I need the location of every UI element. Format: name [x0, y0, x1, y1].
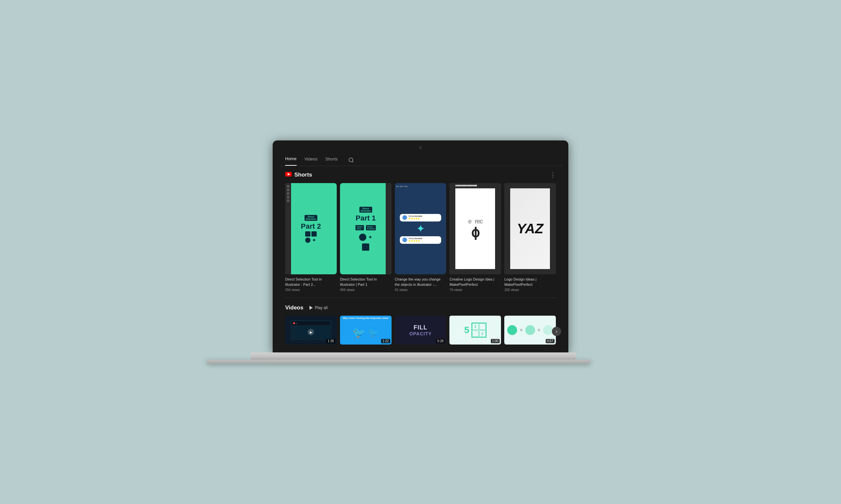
opacity-text: OPACITY: [409, 331, 432, 336]
circle-50: [525, 325, 535, 335]
ai-top-bar5: [504, 183, 556, 188]
short-views-4: 74 views: [449, 288, 501, 292]
video-duration-3: 0:28: [436, 339, 445, 343]
review-card-1: TITLE REVIEW ★★★★★: [400, 214, 441, 221]
short-thumb-inner-5: YAZ: [504, 183, 556, 275]
ai-menu-bar: FileEditView: [395, 183, 446, 190]
yaz-inner: YAZ: [504, 183, 556, 275]
color-grayscale-text: Why Colors Turning into Grayscale colors: [342, 317, 390, 319]
short-info-3: Change the way you change the objects in…: [395, 277, 446, 292]
laptop-bezel: Home Videos Shorts: [273, 141, 568, 353]
logo-text-rec: e rec: [468, 218, 483, 225]
video-card-3[interactable]: FILL OPACITY 0:28: [395, 316, 446, 347]
ai-toolbar-left: [285, 183, 291, 275]
short-title-4: Creative Logo Design Idea | MakePixelPer…: [449, 277, 501, 287]
ai-toolbar-left5: [504, 183, 510, 275]
twitter-icon2: 🐦: [368, 328, 379, 338]
short-thumb-inner-4: ████████████████████████████ e rec ϕ: [449, 183, 501, 275]
direct-sel-badge2: DirectSelection: [359, 207, 372, 213]
circle-20: [543, 325, 553, 335]
video-thumb-2: Why Colors Turning into Grayscale colors…: [340, 316, 392, 344]
star-shape: ✦: [311, 237, 317, 243]
short-card-4[interactable]: ████████████████████████████ e rec ϕ: [449, 183, 501, 293]
short-thumb-inner-1: DirectSelection Part 2 ✦: [285, 183, 337, 275]
play-all-label: Play all: [315, 305, 328, 310]
video-duration-5: 0:57: [546, 339, 554, 343]
shorts-section: Shorts ⋮ DirectSelection: [285, 171, 556, 293]
ai-toolbar-right: [386, 183, 392, 275]
circle-100: [507, 325, 517, 335]
nav-home[interactable]: Home: [285, 156, 297, 166]
short-thumb-3: FileEditView TITLE REVIEW: [395, 183, 446, 275]
laptop-screen: Home Videos Shorts: [279, 151, 562, 353]
video-card-1[interactable]: ● ▶ 1:35: [285, 316, 337, 347]
laptop-base: [251, 353, 576, 360]
number-5: 5: [464, 325, 469, 335]
square-shape: [311, 231, 317, 237]
fill-opacity-graphic: FILL OPACITY: [409, 324, 432, 336]
shorts-grid: DirectSelection Part 2 ✦: [285, 183, 556, 293]
video-thumb-5: = = 0:57: [504, 316, 556, 344]
review-card-2: TITLE REVIEW ★★★★★: [400, 236, 441, 244]
short-info-1: Direct Selection Tool in Illustrator - P…: [285, 277, 337, 292]
video-thumb-3: FILL OPACITY 0:28: [395, 316, 446, 344]
part2-label: Part 2: [301, 223, 321, 230]
video-duration-4: 1:00: [491, 339, 500, 343]
direct-selection-badge: DirectSelection: [305, 215, 317, 221]
equals-2: =: [538, 327, 540, 333]
fill-text: FILL: [409, 324, 432, 331]
play-all-button[interactable]: Play all: [308, 305, 328, 310]
short-title-5: Logo Design Ideas | MakePixelPerfect: [504, 277, 556, 287]
shorts-label: Shorts: [294, 172, 312, 178]
video-thumb-4: 5 3 2 1:00: [449, 316, 501, 344]
short-thumb-inner-3: FileEditView TITLE REVIEW: [395, 183, 446, 275]
short-card-2[interactable]: DirectSelection Part 1 SelectOnly Select…: [340, 183, 392, 293]
yaz-logo-text: YAZ: [517, 221, 543, 237]
ai-top-bar: ████████████████████████████: [449, 183, 501, 188]
phi-symbol: ϕ: [471, 225, 480, 240]
short-title-3: Change the way you change the objects in…: [395, 277, 446, 287]
main-content: Shorts ⋮ DirectSelection: [279, 166, 562, 353]
number-grid: 3 2: [471, 323, 486, 338]
video-duration-1: 1:35: [326, 339, 335, 343]
svg-marker-4: [309, 306, 313, 310]
shorts-youtube-icon: [285, 172, 292, 178]
video-card-2[interactable]: Why Colors Turning into Grayscale colors…: [340, 316, 392, 347]
grid-numbers-graphic: 5 3 2: [464, 323, 486, 338]
video-duration-2: 1:22: [381, 339, 390, 343]
play-icon: [308, 305, 313, 310]
nav-shorts[interactable]: Shorts: [325, 157, 338, 165]
youtube-app: Home Videos Shorts: [279, 151, 562, 353]
short-views-2: 456 views: [340, 288, 392, 292]
short-views-5: 150 views: [504, 288, 556, 292]
short-info-2: Direct Selection Tool In Illustrator | P…: [340, 277, 392, 292]
top-nav: Home Videos Shorts: [279, 151, 562, 166]
short-thumb-4: ████████████████████████████ e rec ϕ: [449, 183, 501, 275]
svg-line-1: [352, 161, 353, 162]
twitter-icon1: 🐦: [353, 326, 366, 339]
play-icon-overlay: ▶: [308, 329, 314, 335]
section-divider: [285, 298, 556, 298]
shorts-section-header: Shorts ⋮: [285, 171, 556, 179]
short-info-5: Logo Design Ideas | MakePixelPerfect 150…: [504, 277, 556, 292]
sparkle-icon: ✦: [416, 223, 424, 234]
short-views-1: 154 views: [285, 288, 337, 292]
nav-videos[interactable]: Videos: [305, 157, 318, 165]
videos-header: Videos Play all: [285, 305, 556, 311]
ai-bottom-bar: [449, 269, 501, 274]
short-card-1[interactable]: DirectSelection Part 2 ✦: [285, 183, 337, 293]
video-card-5[interactable]: = = 0:57: [504, 316, 556, 347]
shorts-more-button[interactable]: ⋮: [550, 171, 556, 179]
videos-section: Videos Play all: [285, 305, 556, 347]
search-icon[interactable]: [348, 157, 354, 164]
laptop-camera: [419, 146, 422, 149]
short-card-5[interactable]: YAZ Logo Design Ideas | MakePixelPerfect: [504, 183, 556, 293]
select-buttons: SelectOnly Select& 2xlick: [356, 225, 376, 230]
short-info-4: Creative Logo Design Idea | MakePixelPer…: [449, 277, 501, 292]
videos-next-button[interactable]: ›: [552, 327, 561, 336]
short-thumb-1: DirectSelection Part 2 ✦: [285, 183, 337, 275]
shorts-title: Shorts: [285, 172, 312, 178]
video-card-4[interactable]: 5 3 2 1:00: [449, 316, 501, 347]
short-card-3[interactable]: FileEditView TITLE REVIEW: [395, 183, 446, 293]
short-views-3: 41 views: [395, 288, 446, 292]
